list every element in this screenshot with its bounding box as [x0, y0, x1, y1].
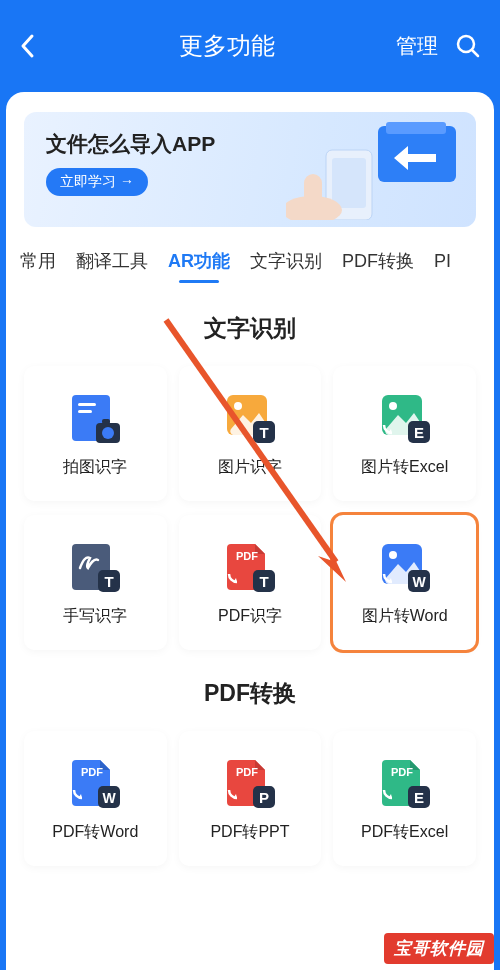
- card-label: PDF转Word: [52, 822, 138, 843]
- section-ocr-title: 文字识别: [6, 313, 494, 344]
- tab-translate[interactable]: 翻译工具: [66, 241, 158, 285]
- card-label: 图片转Excel: [361, 457, 448, 478]
- pdf-grid: PDFW PDF转Word PDFP PDF转PPT PDFE PDF转Exce…: [6, 731, 494, 866]
- watermark-badge: 宝哥软件园: [384, 933, 494, 964]
- svg-point-27: [389, 551, 397, 559]
- svg-text:T: T: [259, 573, 268, 590]
- tab-more[interactable]: PI: [424, 243, 461, 284]
- app-header: 更多功能 管理: [0, 0, 500, 92]
- page-title: 更多功能: [58, 30, 396, 62]
- card-label: 图片转Word: [362, 606, 448, 627]
- ocr-grid: 拍图识字 T 图片识字 E 图片转Excel T 手写识字 PDFT PDF识字: [6, 366, 494, 650]
- svg-rect-9: [78, 410, 92, 413]
- svg-point-14: [234, 402, 242, 410]
- svg-text:E: E: [414, 424, 424, 441]
- tab-common[interactable]: 常用: [10, 241, 66, 285]
- card-pdf-ocr[interactable]: PDFT PDF识字: [179, 515, 322, 650]
- svg-text:PDF: PDF: [236, 766, 258, 778]
- card-label: 拍图识字: [63, 457, 127, 478]
- manage-button[interactable]: 管理: [396, 32, 438, 60]
- tab-ocr[interactable]: 文字识别: [240, 241, 332, 285]
- svg-point-11: [102, 427, 114, 439]
- handwrite-icon: T: [66, 538, 124, 596]
- svg-text:T: T: [259, 424, 268, 441]
- pdf-excel-icon: PDFE: [376, 754, 434, 812]
- search-icon: [455, 33, 481, 59]
- card-pdf-to-ppt[interactable]: PDFP PDF转PPT: [179, 731, 322, 866]
- pdf-ocr-icon: PDFT: [221, 538, 279, 596]
- search-button[interactable]: [454, 33, 482, 59]
- card-label: 图片识字: [218, 457, 282, 478]
- card-label: PDF转Excel: [361, 822, 448, 843]
- svg-rect-8: [78, 403, 96, 406]
- svg-text:E: E: [414, 789, 424, 806]
- card-label: 手写识字: [63, 606, 127, 627]
- card-handwrite-ocr[interactable]: T 手写识字: [24, 515, 167, 650]
- card-image-ocr[interactable]: T 图片识字: [179, 366, 322, 501]
- main-panel: 文件怎么导入APP 立即学习 → 常用 翻译工具 AR功能 文字识别 PDF转换…: [6, 92, 494, 970]
- svg-rect-7: [304, 174, 322, 210]
- card-photo-ocr[interactable]: 拍图识字: [24, 366, 167, 501]
- pdf-ppt-icon: PDFP: [221, 754, 279, 812]
- tab-ar[interactable]: AR功能: [158, 241, 240, 285]
- svg-rect-12: [102, 419, 110, 424]
- svg-text:PDF: PDF: [81, 766, 103, 778]
- card-pdf-to-word[interactable]: PDFW PDF转Word: [24, 731, 167, 866]
- svg-line-1: [472, 50, 478, 56]
- banner-learn-button[interactable]: 立即学习 →: [46, 168, 148, 196]
- svg-rect-3: [386, 122, 446, 134]
- tab-pdf[interactable]: PDF转换: [332, 241, 424, 285]
- card-image-to-word[interactable]: W 图片转Word: [333, 515, 476, 650]
- svg-text:PDF: PDF: [236, 550, 258, 562]
- card-image-to-excel[interactable]: E 图片转Excel: [333, 366, 476, 501]
- chevron-left-icon: [18, 32, 36, 60]
- card-label: PDF转PPT: [210, 822, 289, 843]
- section-pdf-title: PDF转换: [6, 678, 494, 709]
- svg-text:T: T: [105, 573, 114, 590]
- svg-text:P: P: [259, 789, 269, 806]
- card-pdf-to-excel[interactable]: PDFE PDF转Excel: [333, 731, 476, 866]
- svg-rect-5: [332, 158, 366, 208]
- svg-text:W: W: [103, 790, 117, 806]
- photo-ocr-icon: [66, 389, 124, 447]
- svg-text:PDF: PDF: [391, 766, 413, 778]
- back-button[interactable]: [18, 32, 58, 60]
- category-tabs: 常用 翻译工具 AR功能 文字识别 PDF转换 PI: [6, 227, 494, 285]
- svg-text:W: W: [412, 574, 426, 590]
- card-label: PDF识字: [218, 606, 282, 627]
- svg-point-18: [389, 402, 397, 410]
- image-excel-icon: E: [376, 389, 434, 447]
- banner-illustration: [286, 120, 466, 220]
- pdf-word-icon: PDFW: [66, 754, 124, 812]
- import-banner[interactable]: 文件怎么导入APP 立即学习 →: [24, 112, 476, 227]
- image-word-icon: W: [376, 538, 434, 596]
- image-ocr-icon: T: [221, 389, 279, 447]
